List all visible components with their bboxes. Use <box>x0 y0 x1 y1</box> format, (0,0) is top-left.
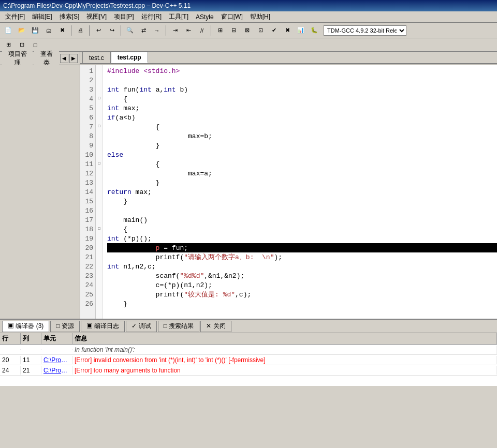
menu-bar: 文件[F] 编辑[E] 搜索[S] 视图[V] 项目[P] 运行[R] 工具[T… <box>0 11 497 23</box>
code-line: p = fun; <box>107 243 497 252</box>
find-button[interactable]: 🔍 <box>124 25 136 36</box>
debug-button[interactable]: 🐛 <box>308 25 320 36</box>
code-line: int n1,n2,c; <box>107 262 497 271</box>
line-number: 17 <box>80 215 95 225</box>
print-button[interactable]: 🖨 <box>74 25 86 36</box>
layout4-button[interactable]: ⊡ <box>254 25 267 36</box>
err1-col: 11 <box>21 356 41 364</box>
title-bar: C:\Program Files\Dev-Cpp\MyProjects\Test… <box>0 0 497 11</box>
menu-view[interactable]: 视图[V] <box>83 11 110 22</box>
line-number: 21 <box>80 252 95 262</box>
code-line: c=(*p)(n1,n2); <box>107 280 497 290</box>
close-button[interactable]: ✖ <box>56 25 68 36</box>
tab-test-cpp[interactable]: test.cpp <box>111 52 148 63</box>
code-editor[interactable]: #include <stdio.h> int fun(int a,int b) … <box>103 65 497 319</box>
line-number: 20 <box>80 243 95 252</box>
menu-search[interactable]: 搜索[S] <box>56 11 83 22</box>
tab-debug[interactable]: ✓ 调试 <box>126 321 156 332</box>
line-number: 18 <box>80 225 95 234</box>
menu-file[interactable]: 文件[F] <box>2 11 28 22</box>
fold-marker <box>96 279 103 289</box>
code-line: return max; <box>107 187 497 197</box>
stop-button[interactable]: ✖ <box>281 25 294 36</box>
fold-marker <box>96 149 103 158</box>
fold-marker <box>96 242 103 251</box>
tab-compiler[interactable]: ▣ 编译器 (3) <box>2 321 49 332</box>
open-button[interactable]: 📂 <box>16 25 28 36</box>
compiler-selector[interactable]: TDM-GCC 4.9.2 32-bit Release <box>324 25 406 36</box>
line-number: 8 <box>80 131 95 141</box>
fold-marker <box>96 261 103 270</box>
line-number: 6 <box>80 113 95 122</box>
tab-search-results[interactable]: □ 搜索结果 <box>158 321 200 332</box>
check-button[interactable]: ✔ <box>268 25 280 36</box>
line-number: 12 <box>80 169 95 178</box>
header-col: 列 <box>21 333 41 344</box>
error-table-header: 行 列 单元 信息 <box>0 333 497 345</box>
fold-marker <box>96 140 103 149</box>
line-number: 26 <box>80 299 95 308</box>
menu-edit[interactable]: 编辑[E] <box>29 11 55 22</box>
chart-button[interactable]: 📊 <box>295 25 307 36</box>
menu-help[interactable]: 帮助[H] <box>247 11 273 22</box>
new-button[interactable]: 📄 <box>2 25 14 36</box>
menu-tools[interactable]: 工具[T] <box>166 11 192 22</box>
err1-message: [Error] invalid conversion from 'int (*)… <box>72 356 497 364</box>
fold-marker <box>96 168 103 177</box>
goto-button[interactable]: → <box>151 25 163 36</box>
fold-marker <box>96 233 103 242</box>
nav-prev[interactable]: ◀ <box>60 54 68 63</box>
tab-resources[interactable]: □ 资源 <box>50 321 80 332</box>
fold-marker <box>96 289 103 298</box>
line-number: 7 <box>80 122 95 131</box>
code-line: int fun(int a,int b) <box>107 85 497 94</box>
replace-button[interactable]: ⇄ <box>137 25 150 36</box>
error-row-1[interactable]: 20 11 C:\Program Files\Dev-Cpp\MyProject… <box>0 355 497 365</box>
layout-button[interactable]: ⊞ <box>214 25 226 36</box>
menu-run[interactable]: 运行[R] <box>138 11 165 22</box>
code-line: main() <box>107 215 497 225</box>
menu-window[interactable]: 窗口[W] <box>218 11 246 22</box>
redo-button[interactable]: ↪ <box>106 25 118 36</box>
code-line: int max; <box>107 103 497 113</box>
code-line: } <box>107 197 497 206</box>
unindent-button[interactable]: ⇤ <box>182 25 195 36</box>
comment-button[interactable]: // <box>196 25 208 36</box>
left-panel <box>0 65 80 319</box>
indent-button[interactable]: ⇥ <box>169 25 181 36</box>
line-number: 15 <box>80 197 95 206</box>
main-editor-area: 1234567891011121314151617181920212223242… <box>0 65 497 319</box>
tab-test-c[interactable]: test.c <box>82 52 111 63</box>
error-row-2[interactable]: 24 21 C:\Program Files\Dev-Cpp\MyProject… <box>0 365 497 376</box>
fold-marker <box>96 298 103 307</box>
line-number: 25 <box>80 290 95 299</box>
tab-compile-log[interactable]: ▣ 编译日志 <box>81 321 125 332</box>
undo-button[interactable]: ↩ <box>92 25 105 36</box>
menu-project[interactable]: 项目[P] <box>111 11 137 22</box>
line-number: 24 <box>80 280 95 290</box>
fold-marker[interactable]: ◻ <box>96 158 103 168</box>
fold-marker <box>96 205 103 214</box>
fold-marker[interactable]: ◻ <box>96 121 103 130</box>
fold-area: ◻◻◻◻ <box>96 65 103 319</box>
nav-next[interactable]: ▶ <box>69 54 78 63</box>
layout3-button[interactable]: ⊠ <box>241 25 253 36</box>
layout2-button[interactable]: ⊟ <box>227 25 240 36</box>
menu-astyle[interactable]: AStyle <box>193 12 217 22</box>
fold-marker[interactable]: ◻ <box>96 93 103 102</box>
fold-marker <box>96 270 103 279</box>
line-number: 9 <box>80 141 95 150</box>
info-text: In function 'int main()': <box>72 346 497 354</box>
code-line: printf("请输入两个数字a、b: \n"); <box>107 252 497 262</box>
err2-col: 21 <box>21 366 41 375</box>
code-line <box>107 206 497 215</box>
err2-file[interactable]: C:\Program Files\Dev-Cpp\MyProjects\Test… <box>41 366 72 375</box>
line-numbers: 1234567891011121314151617181920212223242… <box>80 65 96 319</box>
tab-close[interactable]: ✕ 关闭 <box>200 321 231 332</box>
save-button[interactable]: 💾 <box>29 25 41 36</box>
err1-file[interactable]: C:\Program Files\Dev-Cpp\MyProjects\Test… <box>41 356 72 364</box>
fold-marker[interactable]: ◻ <box>96 223 103 233</box>
save-all-button[interactable]: 🗂 <box>42 25 55 36</box>
line-number: 2 <box>80 76 95 85</box>
info-row: In function 'int main()': <box>0 345 497 355</box>
